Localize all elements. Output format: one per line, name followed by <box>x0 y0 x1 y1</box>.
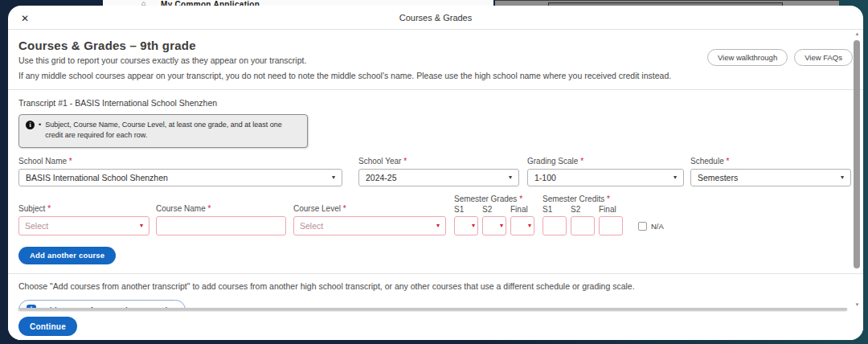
divider <box>8 89 863 90</box>
bullet-icon: • <box>39 121 41 141</box>
schedule-field-group: Schedule * Semesters ▾ <box>690 157 851 186</box>
requirements-info-box: i • Subject, Course Name, Course Level, … <box>18 114 308 148</box>
header-buttons: View walkthrough View FAQs <box>707 49 853 82</box>
course-level-label: Course Level * <box>293 204 446 213</box>
view-faqs-button[interactable]: View FAQs <box>794 49 853 66</box>
chevron-down-icon: ▾ <box>472 223 475 229</box>
course-name-input[interactable] <box>156 216 286 235</box>
course-entry-row: Subject * Select ▾ Course Name * Course … <box>18 195 853 235</box>
school-name-select[interactable]: BASIS International School Shenzhen ▾ <box>18 169 342 186</box>
info-icon: i <box>26 121 35 129</box>
continue-button[interactable]: Continue <box>18 317 77 336</box>
required-marker: * <box>403 157 407 166</box>
semester-grades-fields: ▾ ▾ ▾ <box>454 216 534 235</box>
grading-scale-label: Grading Scale * <box>527 157 684 166</box>
required-marker: * <box>519 195 522 203</box>
info-note-text: Subject, Course Name, Course Level, at l… <box>45 120 291 141</box>
na-checkbox[interactable] <box>638 222 647 231</box>
schedule-select[interactable]: Semesters ▾ <box>690 169 851 186</box>
header-text: Courses & Grades – 9th grade Use this gr… <box>18 39 671 82</box>
chevron-down-icon: ▾ <box>674 174 677 181</box>
modal-footer: Continue <box>8 309 863 340</box>
close-icon[interactable]: ✕ <box>18 12 31 25</box>
required-marker: * <box>343 204 346 213</box>
page-title: Courses & Grades – 9th grade <box>18 39 671 52</box>
course-level-field-group: Course Level * Select ▾ <box>293 204 446 235</box>
school-year-select[interactable]: 2024-25 ▾ <box>358 169 519 186</box>
schedule-label: Schedule * <box>690 157 851 166</box>
required-marker: * <box>726 157 729 166</box>
school-year-value: 2024-25 <box>366 173 397 182</box>
modal-content: Courses & Grades – 9th grade Use this gr… <box>8 39 863 320</box>
grade-final-select[interactable]: ▾ <box>510 216 534 235</box>
grades-col-final: Final <box>510 205 534 214</box>
semester-credits-group: Semester Credits * S1 S2 Final <box>542 195 623 235</box>
course-level-placeholder: Select <box>300 221 323 231</box>
app-background: { "background": { "app_title": "My Commo… <box>0 0 868 344</box>
subject-placeholder: Select <box>25 221 48 231</box>
scrollbar[interactable]: ▲ ▼ <box>854 31 861 307</box>
intro-text-2: If any middle school courses appear on y… <box>18 71 671 82</box>
modal-topbar: ✕ Courses & Grades <box>8 6 863 30</box>
courses-grades-modal: ✕ Courses & Grades Courses & Grades – 9t… <box>8 6 863 340</box>
na-label: N/A <box>651 222 664 231</box>
chevron-down-icon: ▾ <box>509 174 512 181</box>
grades-col-s2: S2 <box>482 205 506 214</box>
schedule-value: Semesters <box>698 173 738 182</box>
semester-credits-label: Semester Credits * <box>542 195 623 203</box>
credits-col-s2: S2 <box>571 205 595 214</box>
semester-grades-label: Semester Grades * <box>454 195 534 203</box>
grade-s1-select[interactable]: ▾ <box>454 216 478 235</box>
credit-final-input[interactable] <box>599 216 623 235</box>
school-name-label: School Name * <box>18 157 342 166</box>
school-name-field-group: School Name * BASIS International School… <box>18 157 342 186</box>
chevron-down-icon: ▾ <box>841 174 844 181</box>
another-transcript-text: Choose "Add courses from another transcr… <box>18 281 853 293</box>
course-level-select[interactable]: Select ▾ <box>293 216 446 235</box>
chevron-down-icon: ▾ <box>528 223 531 229</box>
background-gray-strip <box>495 0 839 6</box>
chevron-down-icon: ▾ <box>436 223 440 229</box>
divider <box>8 273 863 274</box>
school-year-label: School Year * <box>358 157 519 166</box>
school-fields-row: School Name * BASIS International School… <box>18 157 853 186</box>
course-name-field-group: Course Name * <box>156 204 286 235</box>
credits-col-s1: S1 <box>542 205 567 214</box>
credits-col-final: Final <box>599 205 623 214</box>
course-name-label: Course Name * <box>156 204 286 213</box>
intro-text-1: Use this grid to report your courses exa… <box>18 55 671 67</box>
required-marker: * <box>69 157 72 166</box>
required-marker: * <box>580 157 583 166</box>
grade-s2-select[interactable]: ▾ <box>482 216 506 235</box>
semester-credits-fields <box>542 216 623 235</box>
background-header-strip: ⌂ My Common Application <box>103 0 493 6</box>
credit-s2-input[interactable] <box>571 216 595 235</box>
na-checkbox-group: N/A <box>638 222 664 231</box>
transcript-label: Transcript #1 - BASIS International Scho… <box>18 98 853 108</box>
chevron-down-icon: ▾ <box>140 223 143 229</box>
school-name-value: BASIS International School Shenzhen <box>26 173 168 182</box>
grading-scale-value: 1-100 <box>534 173 556 182</box>
background-app-title: My Common Application <box>161 0 260 6</box>
credit-s1-input[interactable] <box>542 216 567 235</box>
modal-title: Courses & Grades <box>8 13 863 23</box>
school-year-field-group: School Year * 2024-25 ▾ <box>358 157 519 186</box>
grading-scale-field-group: Grading Scale * 1-100 ▾ <box>527 157 684 186</box>
header-row: Courses & Grades – 9th grade Use this gr… <box>18 39 853 82</box>
chevron-down-icon: ▾ <box>500 223 503 229</box>
view-walkthrough-button[interactable]: View walkthrough <box>707 49 788 66</box>
footer-shadow <box>18 308 847 310</box>
required-marker: * <box>607 195 610 203</box>
scroll-down-icon[interactable]: ▼ <box>854 302 861 307</box>
subject-select[interactable]: Select ▾ <box>18 216 149 235</box>
required-marker: * <box>47 204 51 213</box>
subject-label: Subject * <box>18 204 149 213</box>
semester-grades-group: Semester Grades * S1 S2 Final ▾ ▾ ▾ <box>454 195 534 235</box>
semester-credits-columns: S1 S2 Final <box>542 205 623 214</box>
chevron-down-icon: ▾ <box>332 174 335 181</box>
grading-scale-select[interactable]: 1-100 ▾ <box>527 169 684 186</box>
home-icon: ⌂ <box>141 0 145 6</box>
add-another-course-button[interactable]: Add another course <box>18 247 116 264</box>
scroll-up-icon[interactable]: ▲ <box>854 31 861 36</box>
scrollbar-thumb[interactable] <box>854 40 860 268</box>
